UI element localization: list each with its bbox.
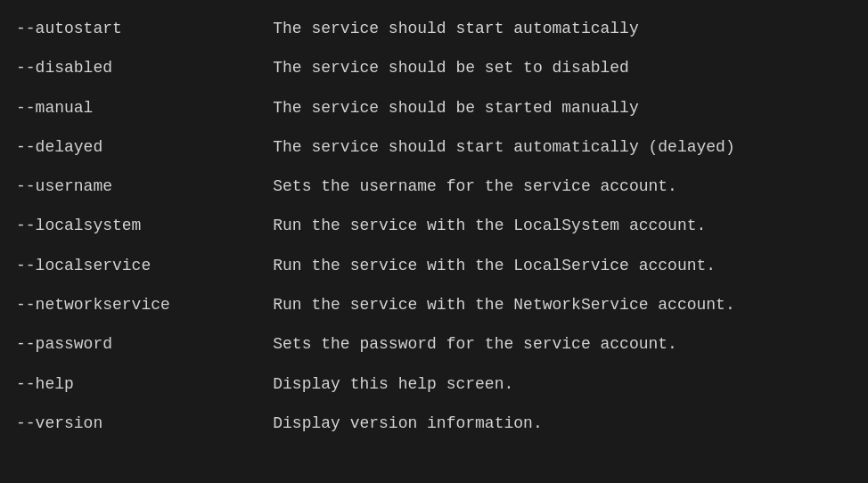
cli-flag: --localsystem [16, 206, 273, 245]
table-row: --disabledThe service should be set to d… [16, 48, 852, 87]
table-row: --delayedThe service should start automa… [16, 127, 852, 167]
cli-description: The service should be started manually [273, 88, 852, 127]
cli-description: Run the service with the LocalService ac… [273, 246, 852, 285]
table-row: --networkserviceRun the service with the… [16, 285, 852, 324]
cli-flag: --password [16, 324, 273, 364]
table-row: --localsystemRun the service with the Lo… [16, 206, 852, 245]
cli-description: Sets the username for the service accoun… [273, 167, 852, 206]
cli-description: Sets the password for the service accoun… [273, 324, 852, 364]
table-row: --localserviceRun the service with the L… [16, 246, 852, 285]
table-row: --manualThe service should be started ma… [16, 88, 852, 127]
cli-description: Run the service with the LocalSystem acc… [273, 206, 852, 245]
cli-flag: --username [16, 167, 273, 206]
cli-description: Display this help screen. [273, 364, 852, 404]
cli-flag: --manual [16, 88, 273, 127]
cli-flag: --localservice [16, 246, 273, 285]
cli-description: The service should start automatically (… [273, 127, 852, 167]
table-row: --helpDisplay this help screen. [16, 364, 852, 404]
cli-flag: --autostart [16, 9, 273, 48]
cli-flag: --help [16, 364, 273, 404]
cli-description: Run the service with the NetworkService … [273, 285, 852, 324]
table-row: --autostartThe service should start auto… [16, 9, 852, 48]
cli-flag: --delayed [16, 127, 273, 167]
cli-description: Display version information. [273, 404, 852, 443]
table-row: --passwordSets the password for the serv… [16, 324, 852, 364]
cli-description: The service should start automatically [273, 9, 852, 48]
cli-description: The service should be set to disabled [273, 48, 852, 87]
cli-flag: --version [16, 404, 273, 443]
table-row: --usernameSets the username for the serv… [16, 167, 852, 206]
table-row: --versionDisplay version information. [16, 404, 852, 443]
cli-flag: --networkservice [16, 285, 273, 324]
cli-help-table: --autostartThe service should start auto… [16, 9, 852, 443]
cli-flag: --disabled [16, 48, 273, 87]
